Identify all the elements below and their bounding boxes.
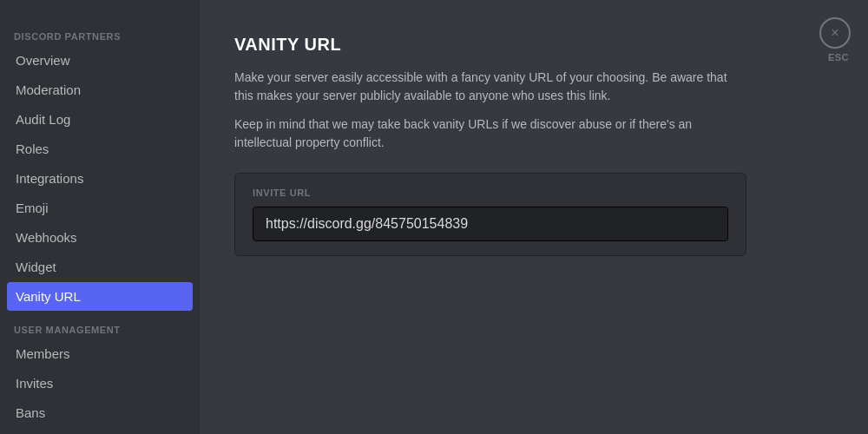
description-2: Keep in mind that we may take back vanit… bbox=[234, 115, 746, 152]
sidebar-item-moderation[interactable]: Moderation bbox=[7, 76, 193, 104]
sidebar-item-label: Vanity URL bbox=[16, 289, 81, 304]
sidebar: DISCORD PARTNERS Overview Moderation Aud… bbox=[0, 0, 200, 434]
sidebar-item-widget[interactable]: Widget bbox=[7, 253, 193, 281]
sidebar-item-label: Roles bbox=[16, 141, 49, 156]
sidebar-item-label: Integrations bbox=[16, 171, 83, 186]
sidebar-item-webhooks[interactable]: Webhooks bbox=[7, 223, 193, 252]
invite-url-box: INVITE URL bbox=[234, 173, 746, 256]
sidebar-item-members[interactable]: Members bbox=[7, 339, 193, 368]
sidebar-section-user-management: USER MANAGEMENT bbox=[7, 318, 193, 339]
sidebar-item-vanity-url[interactable]: Vanity URL bbox=[7, 282, 193, 311]
sidebar-item-label: Bans bbox=[16, 405, 45, 420]
page-title: VANITY URL bbox=[234, 35, 833, 55]
sidebar-item-label: Widget bbox=[16, 260, 56, 274]
esc-label: ESC bbox=[828, 52, 849, 62]
sidebar-section-discord-partners: DISCORD PARTNERS bbox=[7, 24, 193, 45]
sidebar-item-label: Webhooks bbox=[16, 230, 77, 245]
close-icon: × bbox=[831, 25, 838, 41]
sidebar-item-overview[interactable]: Overview bbox=[7, 46, 193, 75]
sidebar-item-label: Invites bbox=[16, 376, 53, 391]
sidebar-item-emoji[interactable]: Emoji bbox=[7, 194, 193, 222]
sidebar-item-integrations[interactable]: Integrations bbox=[7, 164, 193, 193]
sidebar-item-label: Emoji bbox=[16, 201, 49, 215]
sidebar-item-label: Audit Log bbox=[16, 112, 70, 127]
sidebar-item-bans[interactable]: Bans bbox=[7, 398, 193, 427]
sidebar-item-label: Overview bbox=[16, 53, 70, 68]
invite-url-label: INVITE URL bbox=[253, 187, 728, 198]
sidebar-item-audit-log[interactable]: Audit Log bbox=[7, 105, 193, 134]
sidebar-item-label: Moderation bbox=[16, 82, 81, 97]
sidebar-item-label: Members bbox=[16, 346, 70, 361]
sidebar-item-invites[interactable]: Invites bbox=[7, 369, 193, 398]
description-1: Make your server easily accessible with … bbox=[234, 69, 746, 105]
close-button[interactable]: × bbox=[819, 17, 851, 49]
invite-url-input[interactable] bbox=[253, 207, 728, 241]
main-content: VANITY URL Make your server easily acces… bbox=[200, 0, 868, 434]
sidebar-item-roles[interactable]: Roles bbox=[7, 135, 193, 163]
